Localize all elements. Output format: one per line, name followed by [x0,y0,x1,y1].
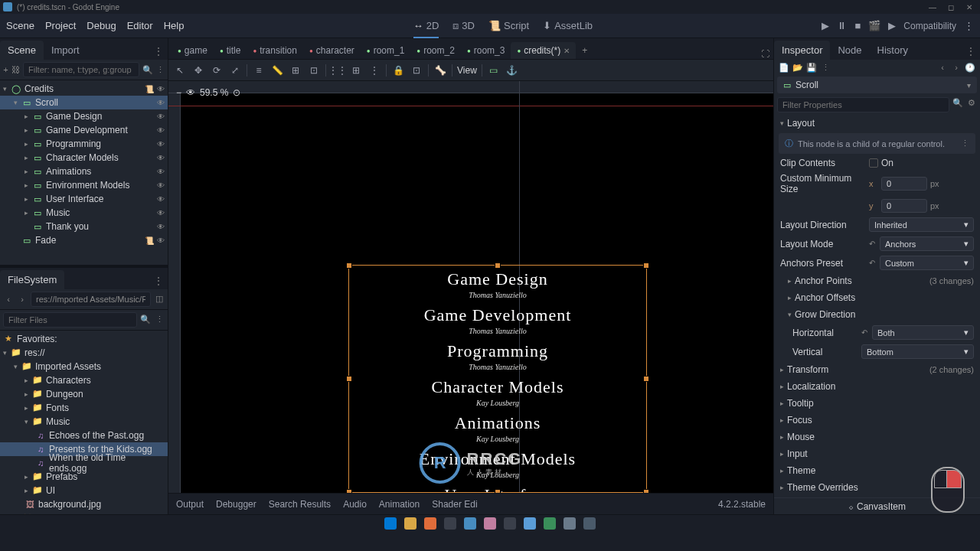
filter-files-input[interactable] [3,312,137,328]
handle-bm[interactable] [495,489,501,493]
tab-transition[interactable]: ●transition [247,42,303,59]
visibility-icon[interactable]: 👁 [157,168,165,176]
section-grow-dir[interactable]: ▾Grow Direction [774,306,980,323]
bb-animation[interactable]: Animation [379,499,420,510]
panel-options-icon[interactable]: ⋮ [149,272,168,289]
menu-project[interactable]: Project [45,20,76,31]
viewport[interactable]: − 👁 59.5 % ⊙ Game Design Thomas Yanuziel… [168,81,773,493]
node-game-design[interactable]: Game Design [46,111,154,122]
section-mouse[interactable]: ▸Mouse [774,429,980,445]
menu-editor[interactable]: Editor [127,20,153,31]
tab-import[interactable]: Import [44,41,87,60]
tab-node[interactable]: Node [830,41,869,60]
tab-room1[interactable]: ●room_1 [361,42,411,59]
anchor-icon[interactable]: ⚓ [505,64,519,77]
view-menu[interactable]: View [457,65,477,76]
fs-scenes[interactable]: Scenes [35,513,165,515]
workspace-script[interactable]: 📜 Script [488,20,529,32]
handle-tr[interactable] [643,262,649,269]
preview-icon[interactable]: ▭ [487,64,501,77]
section-tooltip[interactable]: ▸Tooltip [774,395,980,412]
script-icon[interactable]: 📜 [145,236,154,245]
taskbar-icon[interactable] [544,517,556,530]
node-env-models[interactable]: Environment Models [46,180,154,191]
list-tool-icon[interactable]: ≡ [252,64,266,77]
bone-icon[interactable]: 🦴 [433,64,447,77]
node-char-models[interactable]: Character Models [46,152,154,163]
snap2-icon[interactable]: ⊡ [307,64,321,77]
fs-characters[interactable]: Characters [46,375,165,386]
visibility-icon[interactable]: 👁 [157,126,165,135]
filesystem-tree[interactable]: ★Favorites: ▾📁res:// ▾📁Imported Assets ▸… [0,331,168,515]
tab-character[interactable]: ●character [303,42,361,59]
insp-hist-icon[interactable]: 🕐 [965,62,975,73]
search-icon[interactable]: 🔍 [140,315,151,325]
taskbar-icon[interactable] [464,517,476,530]
section-layout[interactable]: ▾Layout [774,115,980,132]
handle-br[interactable] [643,489,649,493]
grid-icon[interactable]: ⋮⋮ [331,64,345,77]
select-tool-icon[interactable]: ↖ [173,64,187,77]
tab-filesystem[interactable]: FileSystem [0,270,64,289]
visibility-icon[interactable]: 👁 [157,154,165,162]
handle-tl[interactable] [346,262,352,269]
revert-icon[interactable]: ↶ [861,328,867,337]
layout-dir-select[interactable]: Inherited▾ [869,217,974,232]
revert-icon[interactable]: ↶ [869,240,875,248]
tree-extra-icon[interactable]: ⋮ [156,64,165,75]
stop-button[interactable]: ■ [854,20,861,31]
expand-icon[interactable]: ⛶ [760,48,770,59]
custom-min-x-input[interactable]: 0 [881,177,927,191]
taskbar-icon[interactable] [504,517,516,530]
layout-mode-select[interactable]: Anchors▾ [880,236,974,251]
panel-options-icon[interactable]: ⋮ [962,43,980,60]
taskbar-icon[interactable] [444,517,456,530]
workspace-2d[interactable]: ↔ 2D [413,20,439,38]
link-node-icon[interactable]: ⛓ [11,64,20,75]
search-icon[interactable]: 🔍 [142,64,153,75]
workspace-3d[interactable]: ⧈ 3D [452,20,475,32]
filter-nodes-input[interactable] [23,62,139,77]
fs-prefabs[interactable]: Prefabs [46,471,165,482]
fs-music[interactable]: Music [46,416,165,427]
section-focus[interactable]: ▸Focus [774,412,980,429]
snap-opt-icon[interactable]: ⊞ [349,64,363,77]
handle-tm[interactable] [495,262,501,269]
fs-dungeon[interactable]: Dungeon [46,389,165,399]
insp-back-icon[interactable]: ‹ [937,62,948,73]
node-credits[interactable]: Credits [24,83,142,94]
horizontal-select[interactable]: Both▾ [872,325,974,340]
node-fade[interactable]: Fade [35,235,142,246]
node-scroll[interactable]: Scroll [35,97,154,108]
minimize-button[interactable]: — [925,2,940,12]
revert-icon[interactable]: ↶ [869,259,875,267]
section-input[interactable]: ▸Input [774,445,980,462]
node-music[interactable]: Music [46,207,154,218]
menu-help[interactable]: Help [164,20,185,31]
node-ui[interactable]: User Interface [46,194,154,204]
scale-tool-icon[interactable]: ⤢ [228,64,242,77]
group-icon[interactable]: ⊡ [410,64,423,77]
back-icon[interactable]: ‹ [3,294,14,305]
fs-extra-icon[interactable]: ⋮ [154,315,165,325]
taskbar-icon[interactable] [583,517,596,530]
play-custom-button[interactable]: ▶ [888,20,896,31]
rotate-tool-icon[interactable]: ⟳ [210,64,224,77]
custom-min-y-input[interactable]: 0 [881,199,927,213]
section-transform[interactable]: ▸Transform(2 changes) [774,361,980,378]
path-input[interactable] [31,292,151,307]
scene-tree[interactable]: ▾◯Credits📜👁 ▾▭Scroll👁 ▸▭Game Design👁 ▸▭G… [0,80,168,265]
node-game-dev[interactable]: Game Development [46,125,154,135]
script-icon[interactable]: 📜 [145,85,154,93]
visibility-icon[interactable]: 👁 [157,223,165,231]
node-programming[interactable]: Programming [46,139,154,149]
new-tab-button[interactable]: + [576,42,593,59]
menu-debug[interactable]: Debug [87,20,116,31]
play-scene-button[interactable]: 🎬 [868,20,880,31]
insp-new-icon[interactable]: 📄 [779,62,789,73]
play-button[interactable]: ▶ [822,20,829,31]
taskbar-icon[interactable] [384,517,397,530]
insp-more-icon[interactable]: ⋮ [820,62,831,73]
ruler-tool-icon[interactable]: 📏 [270,64,284,77]
anchors-preset-select[interactable]: Custom▾ [880,256,974,270]
